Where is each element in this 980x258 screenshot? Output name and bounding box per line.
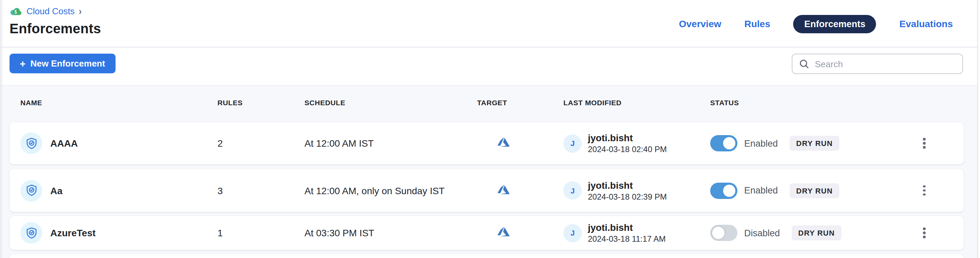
kebab-menu-button[interactable] xyxy=(919,181,929,200)
toggle-knob xyxy=(711,225,726,241)
column-header-last-modified: LAST MODIFIED xyxy=(563,98,710,107)
toggle-knob xyxy=(722,136,737,151)
schedule-text: At 03:30 PM IST xyxy=(304,228,477,238)
page-title: Enforcements xyxy=(10,21,101,36)
breadcrumb-cloud-costs-link[interactable]: Cloud Costs xyxy=(27,6,75,16)
enforcement-name: AzureTest xyxy=(50,228,95,238)
status-toggle[interactable] xyxy=(710,225,737,241)
left-edge-shadow xyxy=(0,0,3,258)
modified-date: 2024-03-18 02:39 PM xyxy=(588,192,667,201)
avatar: J xyxy=(563,181,582,199)
search-input[interactable] xyxy=(815,59,956,69)
enforcement-name: Aa xyxy=(50,185,62,196)
rules-count: 3 xyxy=(218,185,304,196)
kebab-menu-button[interactable] xyxy=(919,134,929,153)
breadcrumb-chevron-icon: › xyxy=(79,5,82,17)
status-toggle[interactable] xyxy=(710,182,737,199)
column-header-status: STATUS xyxy=(710,98,913,107)
page-header: $ Cloud Costs › Enforcements Overview Ru… xyxy=(0,0,980,47)
azure-icon xyxy=(477,136,563,151)
avatar: J xyxy=(563,224,582,242)
enforcement-shield-icon xyxy=(21,222,42,244)
azure-icon xyxy=(477,183,563,198)
enforcement-name: AAAA xyxy=(50,138,78,149)
tab-enforcements[interactable]: Enforcements xyxy=(794,14,877,33)
column-header-target: TARGET xyxy=(477,98,563,107)
modified-by-user: jyoti.bisht xyxy=(588,222,666,233)
enforcement-shield-icon xyxy=(21,180,42,201)
avatar: J xyxy=(563,134,582,152)
rules-count: 2 xyxy=(218,138,304,149)
new-enforcement-button[interactable]: + New Enforcement xyxy=(10,54,115,73)
table-row[interactable]: AAAA 2 At 12:00 AM IST J jyoti.bisht 202… xyxy=(10,122,964,164)
tab-evaluations[interactable]: Evaluations xyxy=(899,18,953,29)
enforcement-shield-icon xyxy=(21,132,42,154)
tab-rules[interactable]: Rules xyxy=(745,18,770,29)
svg-text:$: $ xyxy=(14,8,18,14)
dry-run-badge: DRY RUN xyxy=(789,183,839,198)
modified-date: 2024-03-18 11:17 AM xyxy=(588,234,666,244)
enforcements-page: $ Cloud Costs › Enforcements Overview Ru… xyxy=(0,0,980,258)
status-toggle[interactable] xyxy=(710,135,737,151)
dry-run-badge: DRY RUN xyxy=(791,225,842,241)
toolbar: + New Enforcement xyxy=(0,48,980,86)
enforcements-table: NAME RULES SCHEDULE TARGET LAST MODIFIED… xyxy=(0,87,980,258)
status-label: Disabled xyxy=(744,228,780,238)
schedule-text: At 12:00 AM, only on Sunday IST xyxy=(304,185,477,196)
dry-run-badge: DRY RUN xyxy=(789,136,839,151)
kebab-menu-button[interactable] xyxy=(919,224,929,242)
next-row-partial xyxy=(10,254,964,258)
table-row[interactable]: Aa 3 At 12:00 AM, only on Sunday IST J j… xyxy=(10,169,964,212)
status-label: Enabled xyxy=(744,185,778,196)
table-row[interactable]: AzureTest 1 At 03:30 PM IST J jyoti.bish… xyxy=(10,216,964,250)
tab-bar: Overview Rules Enforcements Evaluations xyxy=(679,0,953,47)
table-header-row: NAME RULES SCHEDULE TARGET LAST MODIFIED… xyxy=(10,98,964,107)
search-box[interactable] xyxy=(792,54,963,74)
scrollbar-track[interactable] xyxy=(978,0,980,258)
schedule-text: At 12:00 AM IST xyxy=(304,138,477,149)
cloud-costs-icon: $ xyxy=(10,6,22,16)
status-label: Enabled xyxy=(744,138,778,148)
breadcrumb[interactable]: $ Cloud Costs › xyxy=(10,6,81,16)
column-header-rules: RULES xyxy=(218,98,304,107)
rules-count: 1 xyxy=(218,228,304,238)
tab-overview[interactable]: Overview xyxy=(679,18,721,29)
column-header-schedule: SCHEDULE xyxy=(304,98,477,107)
toggle-knob xyxy=(722,183,737,198)
azure-icon xyxy=(477,225,563,241)
new-enforcement-button-label: New Enforcement xyxy=(30,59,105,68)
modified-by-user: jyoti.bisht xyxy=(588,132,667,143)
plus-icon: + xyxy=(20,58,26,68)
modified-by-user: jyoti.bisht xyxy=(588,180,667,190)
modified-date: 2024-03-18 02:40 PM xyxy=(588,145,667,154)
search-icon xyxy=(799,59,810,69)
column-header-name: NAME xyxy=(21,98,218,107)
